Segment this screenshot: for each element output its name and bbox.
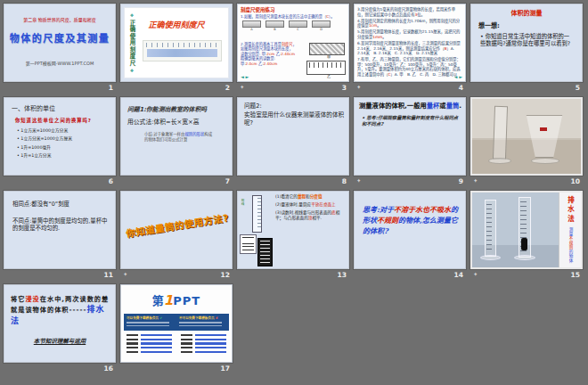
slide-thumbnail-14[interactable]: 思考:对于不溶于水也不吸水的形状不规则的物体,怎么测量它的体积? xyxy=(354,191,466,269)
link-row[interactable] xyxy=(127,347,172,348)
ruler-tick-marks xyxy=(146,43,218,47)
slide-thumbnail-12[interactable]: 你知道量筒的使用方法? xyxy=(120,191,233,269)
link-row[interactable] xyxy=(127,339,172,340)
link-row[interactable] xyxy=(181,334,226,336)
link-bar xyxy=(141,347,172,348)
slide-thumbnail-6[interactable]: 一、体积的单位 你知道这些单位之间的换算吗? • 1立方米=1000立方分米 •… xyxy=(4,97,116,176)
rule-2: (2)量液体时,量筒应平放在桌面上 xyxy=(275,202,347,208)
link-column xyxy=(127,334,172,355)
chapter-heading: 第二章 物质世界的尺度、质量和密度 xyxy=(4,16,115,22)
subtitle-question: 你知道这些单位之间的换算吗? xyxy=(15,117,115,124)
slide-thumbnail-1[interactable]: 第二章 物质世界的尺度、质量和密度 物体的尺度及其测量 第一PPT模板网-WWW… xyxy=(4,4,116,82)
slide-thumbnail-8[interactable]: 问题2: 实验室是用什么仪器来测量液体的体积呢? xyxy=(237,97,349,176)
link-label-bar xyxy=(127,347,138,348)
slide-title: 体积的测量 xyxy=(471,8,582,17)
diagram-d: D xyxy=(312,20,331,31)
slide-thumbnail-10[interactable] xyxy=(470,97,583,176)
slide-number: 12 xyxy=(221,271,230,279)
slide-card-17: 第1PPT 可以免费下载模板会员 ✔ 不可以免费下载模板会员 ✘ xyxy=(120,284,233,374)
link-row[interactable] xyxy=(181,339,226,340)
q3-text: 3.用分度值为1毫米的刻度尺测量物体的长度，若用米作单位，则记录结果中小数点后面… xyxy=(357,7,455,17)
animation-indicator-icon: ✦ xyxy=(473,272,478,278)
q2-answer: 2.40cm xyxy=(264,61,278,66)
nav-arrows[interactable]: ◄ ► xyxy=(241,74,249,79)
highlight-jinmo: 浸没 xyxy=(25,295,39,303)
slide-card-10: ✦ 10 xyxy=(470,97,583,187)
diagram-label: B xyxy=(265,28,284,31)
link-row[interactable] xyxy=(127,342,172,344)
scale-ticks xyxy=(260,241,270,264)
slide-card-12: 你知道量筒的使用方法? ✦ 12 xyxy=(120,191,233,281)
text: 可以免费下载模板会员 xyxy=(127,316,159,320)
link-label-bar xyxy=(181,351,192,353)
link-label-bar xyxy=(127,339,138,340)
unit-conversion-item: • 1立方分米=1000立方厘米 xyxy=(17,135,115,141)
scale-ticks xyxy=(257,198,261,230)
slide-sorter-grid: 第二章 物质世界的尺度、质量和密度 物体的尺度及其测量 第一PPT模板网-WWW… xyxy=(0,0,588,378)
slide-number: 2 xyxy=(225,84,230,92)
slide-thumbnail-3[interactable]: 刻度尺使用练习 1.如图，用刻度尺测量木块长度的方法中正确的是（C）。 A B … xyxy=(237,4,349,82)
slide-number: 5 xyxy=(576,84,580,92)
animation-indicator-icon: ✦ xyxy=(123,272,127,278)
slide-footer-17: 17 xyxy=(120,363,233,374)
link-bar xyxy=(195,342,226,344)
slide-thumbnail-15[interactable]: 排水法 测量不规则的物体 xyxy=(470,191,583,269)
slide-number: 9 xyxy=(459,177,463,185)
summary-note: 小结:对于象教室一样由规则的形状构成的物体我们可用公式计算 xyxy=(144,132,216,143)
slide-title: 刻度尺使用练习 xyxy=(238,4,348,13)
animation-indicator-icon: ✦ xyxy=(356,85,361,91)
formula-text: 用公式法:体积=长×宽×高 xyxy=(127,117,232,126)
slide-thumbnail-16[interactable]: 将它浸没在水中,两次读数的差就是该物体的体积-----排水法 本节知识理解与运用 xyxy=(4,284,116,363)
slide-thumbnail-5[interactable]: 体积的测量 想一想: • 你知道日常生活中知道的体积的一些数据吗?通常你是在哪里… xyxy=(470,4,583,82)
slide-card-4: 3.用分度值为1毫米的刻度尺测量物体的长度，若用米作单位，则记录结果中小数点后面… xyxy=(354,4,466,94)
slide-number: 8 xyxy=(342,177,347,185)
link-row[interactable] xyxy=(181,342,226,344)
slide-footer-1: 1 xyxy=(4,82,116,94)
scale-inset-light xyxy=(240,234,257,254)
scale-ticks xyxy=(242,237,254,251)
q1-text-end: ）。 xyxy=(329,14,334,19)
slide-thumbnail-9[interactable]: 测量液体的体积,一般用量杯或量筒. • 思考:仔细观察量筒和量杯刻度有什么相同点… xyxy=(354,97,466,176)
slide-thumbnail-13[interactable]: 视线 (1)看清它的量程和分度值 (2)量液体时,量筒应平放在桌面上 (3)读数… xyxy=(237,191,349,269)
nav-arrows[interactable]: ◄ ► xyxy=(454,74,462,79)
think-bullet: • 思考:仔细观察量筒和量杯刻度有什么相同点和不同点? xyxy=(362,115,458,127)
cylinder-base xyxy=(488,158,511,164)
link-column xyxy=(181,334,226,355)
scale-inset-dark xyxy=(257,238,273,266)
slide-footer-3: ✦ 3 xyxy=(237,82,349,94)
statement-text: 测量液体的体积,一般用量杯或量筒. xyxy=(359,102,461,110)
link-row[interactable] xyxy=(181,347,226,348)
think-prompt: 想一想: xyxy=(478,20,582,29)
banner-text-line xyxy=(179,325,222,327)
text: 思考:对于 xyxy=(363,205,394,214)
wood-block-icon xyxy=(289,20,307,28)
cup-base xyxy=(531,158,559,164)
ruler-photo xyxy=(143,40,222,61)
think-question: 思考:对于不溶于水也不吸水的形状不规则的物体,怎么测量它的体积? xyxy=(363,204,458,236)
slide-footer-7: 7 xyxy=(120,176,233,187)
slide-footer-15: ✦ 15 xyxy=(470,269,583,281)
wordart-title: 你知道量筒的使用方法? xyxy=(121,209,233,241)
logo-text: 1 xyxy=(164,292,173,308)
slide-thumbnail-11[interactable]: 相同点:都没有“0”刻度 不同点:量筒中的刻度是均匀的,量杯中的刻度是不均匀的. xyxy=(4,191,116,269)
unit-conversion-item: • 1升=1立方分米 xyxy=(17,152,115,158)
slide-thumbnail-17[interactable]: 第1PPT 可以免费下载模板会员 ✔ 不可以免费下载模板会员 ✘ xyxy=(120,284,233,363)
highlight: 不溶于水也不吸水 xyxy=(394,205,451,214)
slide-number: 14 xyxy=(454,271,463,279)
link-bar xyxy=(141,342,172,344)
slide-number: 10 xyxy=(571,177,580,185)
link-row[interactable] xyxy=(181,351,226,353)
slide-thumbnail-4[interactable]: 3.用分度值为1毫米的刻度尺测量物体的长度，若用米作单位，则记录结果中小数点后面… xyxy=(354,4,466,82)
slide-card-9: 测量液体的体积,一般用量杯或量筒. • 思考:仔细观察量筒和量杯刻度有什么相同点… xyxy=(354,97,466,187)
usage-rules: (1)看清它的量程和分度值 (2)量液体时,量筒应平放在桌面上 (3)读数时,视… xyxy=(275,194,347,224)
slide-thumbnail-7[interactable]: 问题1:你能测出教室的体积吗 用公式法:体积=长×宽×高 小结:对于象教室一样由… xyxy=(120,97,233,176)
link-row[interactable] xyxy=(127,334,172,336)
diagram-label: C xyxy=(289,28,307,31)
link-bar xyxy=(141,334,172,336)
text: 或 xyxy=(439,102,445,110)
diagram-label-jia: 甲 xyxy=(327,54,331,60)
link-row[interactable] xyxy=(127,351,172,353)
slide-number: 3 xyxy=(342,84,347,92)
non-member-title: 不可以免费下载模板会员 ✘ xyxy=(179,315,226,320)
slide-thumbnail-2[interactable]: ❖ 正确使用刻度尺 ❖ 正确使用刻度尺 xyxy=(120,4,233,82)
